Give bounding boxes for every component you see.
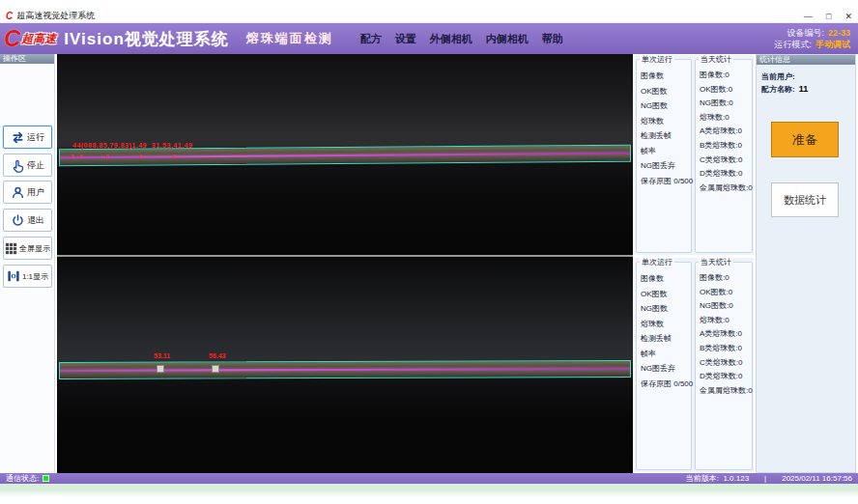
stat-row: NG图数:0 — [700, 299, 752, 314]
stat-row: NG图丢弃 — [641, 158, 691, 174]
groupbox-title: 单次运行 — [640, 258, 674, 266]
header: C 超高速 IVision视觉处理系统 熔珠端面检测 配方设置外侧相机内侧相机帮… — [0, 23, 858, 54]
stat-row: C类熔珠数:0 — [700, 356, 752, 371]
datetime: 2025/02/11 16:57:56 — [782, 474, 852, 483]
stat-row: NG图数:0 — [700, 97, 752, 111]
stat-row: 检测丢帧 — [641, 128, 691, 144]
run-mode-value: 手动调试 — [815, 39, 850, 50]
stat-row: OK图数 — [641, 287, 691, 302]
prepare-button[interactable]: 准备 — [771, 122, 839, 157]
single-run-rows: 图像数OK图数NG图数熔珠数检测丢帧帧率NG图丢弃保存原图 0/500 — [637, 60, 691, 188]
measurement-label: 56.43 — [209, 352, 226, 359]
fullscreen-button[interactable]: 全屏显示 — [3, 237, 52, 260]
stat-row: NG图数 — [641, 98, 691, 114]
sync-icon — [11, 130, 25, 145]
stat-row: 检测丢帧 — [641, 331, 691, 347]
stat-row: 熔珠数 — [641, 317, 691, 332]
stat-row: B类熔珠数:0 — [700, 342, 752, 356]
hand-icon — [11, 158, 25, 173]
stat-row: 熔珠数 — [641, 114, 691, 129]
exit-button[interactable]: 退出 — [3, 209, 52, 232]
user-button[interactable]: 用户 — [3, 181, 52, 204]
run-button[interactable]: 运行 — [3, 126, 52, 149]
stat-row: D类熔珠数:0 — [700, 167, 752, 182]
menu-item[interactable]: 外侧相机 — [430, 32, 472, 46]
stop-button[interactable]: 停止 — [3, 154, 52, 177]
window-title: 超高速视觉处理系统 — [16, 10, 95, 22]
stat-row: 保存原图 0/500 — [641, 174, 691, 189]
comm-status-led — [43, 475, 49, 482]
stat-row: 图像数:0 — [700, 271, 752, 286]
today-stats-rows: 图像数:0OK图数:0NG图数:0熔珠数:0A类熔珠数:0B类熔珠数:0C类熔珠… — [696, 60, 752, 195]
titlebar: C 超高速视觉处理系统 — □ ✕ — [0, 10, 858, 23]
stat-row: 金属屑熔珠数:0 — [700, 384, 752, 399]
brand-swoosh-icon: C — [4, 27, 20, 50]
info-panel-title: 统计信息 — [757, 55, 855, 65]
minimize-button[interactable]: — — [804, 11, 813, 22]
version-label: 当前版本: — [686, 474, 719, 483]
menu-item[interactable]: 帮助 — [542, 32, 563, 46]
stat-row: NG图数 — [641, 301, 691, 317]
stat-row: B类熔珠数:0 — [700, 139, 752, 154]
version-value: 1.0.123 — [723, 474, 749, 483]
window-controls: — □ ✕ — [804, 11, 852, 22]
stop-button-label: 停止 — [27, 159, 44, 172]
comm-status-label: 通信状态: — [6, 473, 39, 484]
menu-item[interactable]: 配方 — [360, 32, 382, 46]
stat-row: 熔珠数:0 — [700, 314, 752, 328]
stat-row: NG图丢弃 — [641, 361, 691, 377]
fullscreen-button-label: 全屏显示 — [19, 243, 50, 254]
stat-row: 熔珠数:0 — [700, 111, 752, 126]
defect-marker — [157, 365, 164, 373]
stat-row: A类熔珠数:0 — [700, 327, 752, 342]
one-to-one-icon — [7, 269, 20, 283]
run-mode-label: 运行模式: — [774, 39, 812, 50]
app-window: C 超高速视觉处理系统 — □ ✕ C 超高速 IVision视觉处理系统 熔珠… — [0, 10, 858, 484]
menu-item[interactable]: 内侧相机 — [486, 32, 529, 46]
brand-name: 超高速 — [21, 31, 56, 47]
camera-viewports: 44(088.85,79.83)1.49 31.53,41.49 2 0 0 0… — [57, 54, 633, 473]
app-subtitle: 熔珠端面检测 — [246, 30, 333, 47]
stat-row: 保存原图 0/500 — [641, 377, 691, 392]
sidebar-title: 操作区 — [0, 54, 54, 64]
status-bar: 通信状态: 当前版本: 1.0.123 | 2025/02/11 16:57:5… — [0, 473, 858, 484]
user-icon — [11, 185, 25, 200]
statistics-info-panel: 统计信息 当前用户: 配方名称: 11 准备 数据统计 — [756, 54, 856, 473]
user-button-label: 用户 — [27, 186, 44, 199]
one-to-one-button[interactable]: 1:1显示 — [3, 265, 52, 288]
device-number-label: 设备编号: — [786, 27, 824, 39]
stats-block-bottom: 单次运行 图像数OK图数NG图数熔珠数检测丢帧帧率NG图丢弃保存原图 0/500… — [635, 258, 754, 472]
groupbox-title: 当天统计 — [699, 258, 733, 266]
today-stats-groupbox: 当天统计 图像数:0OK图数:0NG图数:0熔珠数:0A类熔珠数:0B类熔珠数:… — [695, 59, 753, 253]
operation-sidebar: 操作区 运行 停止 用户 退出 全屏显示 — [0, 54, 55, 473]
device-number-value: 22-33 — [828, 27, 850, 39]
camera-view-top[interactable]: 44(088.85,79.83)1.49 31.53,41.49 2 0 0 0… — [57, 54, 633, 255]
stat-row: 金属屑熔珠数:0 — [700, 182, 752, 196]
menu-item[interactable]: 设置 — [395, 32, 416, 46]
stat-row: 帧率 — [641, 144, 691, 159]
groupbox-title: 单次运行 — [640, 55, 674, 64]
one-to-one-button-label: 1:1显示 — [22, 271, 48, 282]
defect-marker — [212, 365, 219, 373]
app-logo-icon: C — [6, 12, 13, 21]
exit-button-label: 退出 — [27, 214, 44, 227]
stat-row: 图像数:0 — [700, 69, 752, 83]
maximize-button[interactable]: □ — [826, 11, 831, 22]
brand-logo: C 超高速 — [4, 27, 56, 50]
measurement-label: 53.11 — [154, 352, 170, 359]
menu-bar: 配方设置外侧相机内侧相机帮助 — [360, 32, 563, 46]
stat-row: D类熔珠数:0 — [700, 370, 752, 384]
detected-strip-roi — [59, 360, 631, 379]
single-run-groupbox: 单次运行 图像数OK图数NG图数熔珠数检测丢帧帧率NG图丢弃保存原图 0/500 — [636, 262, 692, 470]
stat-row: 帧率 — [641, 347, 691, 362]
desktop-background — [0, 484, 858, 504]
today-stats-groupbox: 当天统计 图像数:0OK图数:0NG图数:0熔珠数:0A类熔珠数:0B类熔珠数:… — [695, 262, 753, 470]
run-button-label: 运行 — [27, 131, 44, 144]
camera-view-bottom[interactable]: 53.11 56.43 — [57, 257, 633, 473]
recipe-name-value: 11 — [799, 83, 809, 96]
data-statistics-button[interactable]: 数据统计 — [771, 182, 839, 217]
measurement-ticks: 2 0 0 0 0 — [71, 154, 178, 159]
measurement-annotation: 44(088.85,79.83)1.49 31.53,41.49 — [72, 142, 192, 149]
close-button[interactable]: ✕ — [844, 11, 852, 22]
separator: | — [764, 474, 766, 483]
